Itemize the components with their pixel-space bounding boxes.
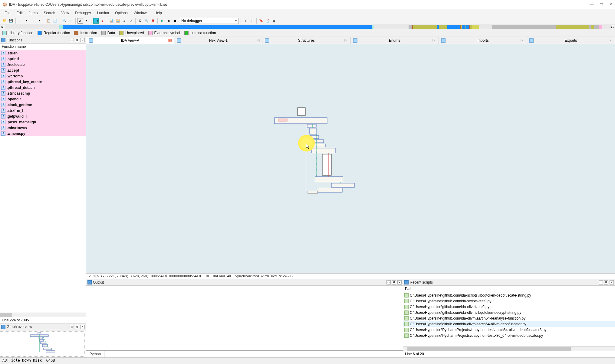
xref-from-icon[interactable]: ↗ bbox=[128, 18, 133, 24]
script-item[interactable]: C:\Users\Hypersine\github.com\ida-script… bbox=[403, 292, 615, 298]
panel-detach-icon[interactable]: ⧉ bbox=[75, 325, 79, 329]
nav-segment[interactable] bbox=[492, 25, 556, 29]
script-item[interactable]: C:\Users\Hypersine\github.com\ida-ollvm\… bbox=[403, 321, 615, 327]
tab-exports[interactable]: Exports× bbox=[527, 37, 615, 44]
function-item[interactable]: f.accept bbox=[0, 67, 86, 73]
tab-close-icon[interactable]: × bbox=[521, 39, 524, 42]
nav-segment[interactable] bbox=[5, 25, 59, 29]
graph-overview-body[interactable] bbox=[0, 330, 86, 357]
scripts-column-header[interactable]: Path bbox=[403, 286, 615, 292]
panel-close-icon[interactable]: ✕ bbox=[81, 38, 85, 42]
nav-segment[interactable] bbox=[594, 25, 599, 29]
nav-back-icon[interactable]: ← bbox=[18, 18, 23, 24]
nav-segment[interactable] bbox=[472, 25, 479, 29]
output-input-field[interactable] bbox=[104, 350, 403, 357]
calc-icon[interactable]: 🧮 bbox=[115, 18, 121, 24]
nav-segment[interactable] bbox=[602, 25, 607, 29]
run-icon[interactable]: ▶ bbox=[160, 18, 165, 24]
tool-a-icon[interactable]: ⚙ bbox=[137, 18, 143, 24]
bp-list-icon[interactable]: 📑 bbox=[265, 18, 270, 24]
tab-hex-view-1[interactable]: Hex View-1× bbox=[174, 37, 262, 44]
script-item[interactable]: C:\Users\Hypersine\github.com\ida-ollvm\… bbox=[403, 304, 615, 310]
panel-restore-icon[interactable]: ▭ bbox=[70, 325, 74, 329]
output-body[interactable] bbox=[86, 286, 403, 350]
menu-view[interactable]: View bbox=[58, 10, 72, 16]
function-item[interactable]: f.wcrtomb bbox=[0, 73, 86, 79]
copy-icon[interactable]: 📋 bbox=[46, 18, 51, 24]
tab-imports[interactable]: Imports× bbox=[439, 37, 527, 44]
nav-fwd-drop-icon[interactable]: ▾ bbox=[37, 18, 42, 24]
nav-fwd-icon[interactable]: → bbox=[30, 18, 36, 24]
function-item[interactable]: f.strlen bbox=[0, 50, 86, 56]
tab-ida-view-a[interactable]: IDA View-A× bbox=[86, 37, 174, 44]
stop-run-icon[interactable]: ⏹ bbox=[172, 18, 178, 24]
scripts-list[interactable]: C:\Users\Hypersine\github.com\ida-script… bbox=[403, 292, 615, 346]
tab-close-icon[interactable]: × bbox=[168, 39, 172, 42]
menu-windows[interactable]: Windows bbox=[131, 10, 151, 16]
tab-close-icon[interactable]: × bbox=[256, 39, 260, 42]
stop-icon[interactable]: ✖ bbox=[150, 18, 156, 24]
search-next-icon[interactable]: ↓ bbox=[68, 18, 74, 24]
function-item[interactable]: f.sprintf bbox=[0, 56, 86, 62]
panel-detach-icon[interactable]: ⧉ bbox=[75, 38, 79, 42]
tab-close-icon[interactable]: × bbox=[344, 39, 348, 42]
chart-icon[interactable]: 📊 bbox=[109, 18, 114, 24]
function-item[interactable]: f.mbsrtowcs bbox=[0, 125, 86, 131]
nav-segment[interactable] bbox=[556, 25, 589, 29]
nav-back-drop-icon[interactable]: ▾ bbox=[24, 18, 29, 24]
menu-debugger[interactable]: Debugger bbox=[72, 10, 94, 16]
maximize-button[interactable]: ▢ bbox=[600, 2, 603, 7]
panel-detach-icon[interactable]: ⧉ bbox=[392, 280, 396, 284]
navband-right-icon[interactable]: ▸▸ bbox=[610, 25, 615, 29]
menu-jump[interactable]: Jump bbox=[26, 10, 40, 16]
function-item[interactable]: f.pthread_detach bbox=[0, 85, 86, 90]
nav-segment[interactable] bbox=[591, 25, 594, 29]
panel-restore-icon[interactable]: ▭ bbox=[70, 38, 74, 42]
nav-segment[interactable] bbox=[589, 25, 591, 29]
script-item[interactable]: C:\Users\Hypersine\github.com\ida-ollvm\… bbox=[403, 310, 615, 315]
menu-edit[interactable]: Edit bbox=[14, 10, 25, 16]
menu-file[interactable]: File bbox=[2, 10, 13, 16]
script-item[interactable]: C:\Users\Hypersine\PycharmProjects\idapy… bbox=[403, 333, 615, 338]
panel-close-icon[interactable]: ✕ bbox=[81, 325, 85, 329]
close-button[interactable]: ✕ bbox=[609, 2, 613, 7]
panel-close-icon[interactable]: ✕ bbox=[397, 280, 402, 284]
menu-options[interactable]: Options bbox=[112, 10, 130, 16]
function-item[interactable]: f.strxfrm_l bbox=[0, 108, 86, 113]
panel-close-icon[interactable]: ✕ bbox=[610, 280, 614, 284]
debugger-select[interactable]: No debugger ▼ bbox=[180, 18, 239, 24]
pause-icon[interactable]: ⏸ bbox=[166, 18, 171, 24]
bp-icon[interactable]: 🔖 bbox=[258, 18, 264, 24]
nav-segment[interactable] bbox=[413, 25, 437, 29]
open-icon[interactable]: 📂 bbox=[2, 18, 7, 24]
view-toggle-icon[interactable]: 🖵 bbox=[93, 18, 99, 24]
scripts-hscroll[interactable] bbox=[403, 346, 615, 351]
nav-segment[interactable] bbox=[599, 25, 602, 29]
step-into-icon[interactable]: ⤵ bbox=[243, 18, 248, 24]
menu-search[interactable]: Search bbox=[41, 10, 58, 16]
bp-clear-icon[interactable]: 🗑 bbox=[271, 18, 277, 24]
function-item[interactable]: f.pthread_key_create bbox=[0, 79, 86, 85]
function-item[interactable]: f.freelocale bbox=[0, 62, 86, 67]
nav-segment[interactable] bbox=[439, 25, 447, 29]
tab-structures[interactable]: Structures× bbox=[262, 37, 350, 44]
script-item[interactable]: C:\Users\Hypersine\PycharmProjects\idapy… bbox=[403, 327, 615, 333]
function-item[interactable]: f.opendir bbox=[0, 96, 86, 102]
nav-segment[interactable] bbox=[59, 25, 63, 29]
navband-play-icon[interactable]: ▶ bbox=[0, 25, 5, 29]
functions-column-header[interactable]: Function name bbox=[0, 44, 86, 50]
tab-close-icon[interactable]: × bbox=[609, 39, 612, 42]
text-toggle-icon[interactable]: A bbox=[77, 18, 83, 24]
output-lang-button[interactable]: Python bbox=[86, 350, 104, 357]
record-icon[interactable]: ● bbox=[100, 18, 105, 24]
function-item[interactable]: f.strncasecmp bbox=[0, 90, 86, 96]
tab-close-icon[interactable]: × bbox=[432, 39, 436, 42]
text-drop-icon[interactable]: ▾ bbox=[84, 18, 89, 24]
script-item[interactable]: C:\Users\Hypersine\github.com\ida-ollvm\… bbox=[403, 315, 615, 321]
graph-view[interactable] bbox=[86, 44, 615, 273]
functions-hscroll[interactable] bbox=[0, 313, 86, 317]
nav-segment[interactable] bbox=[373, 25, 409, 29]
function-item[interactable]: f.wmemcpy bbox=[0, 131, 86, 136]
script-item[interactable]: C:\Users\Hypersine\github.com\ida-script… bbox=[403, 298, 615, 304]
nav-segment[interactable] bbox=[447, 25, 460, 29]
